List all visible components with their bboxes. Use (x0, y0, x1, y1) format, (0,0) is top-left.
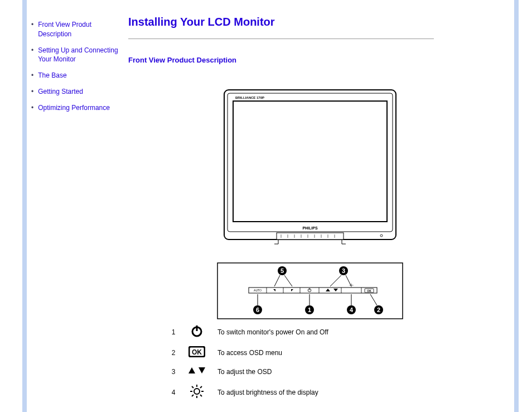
section-heading: Front View Product Description (128, 56, 492, 64)
svg-text:OK: OK (367, 289, 371, 293)
legend-desc: To adjust brightness of the display (212, 381, 366, 404)
svg-line-71 (200, 386, 202, 388)
main-content: Installing Your LCD Monitor Front View P… (126, 0, 514, 412)
panel-figure: AUTO OK (215, 261, 405, 321)
legend-table: 1 To switch monitor's power On and Off 2… (165, 321, 366, 404)
svg-text:4: 4 (350, 306, 354, 313)
svg-line-72 (192, 395, 194, 396)
legend-num: 3 (165, 362, 182, 381)
svg-text:5: 5 (280, 267, 284, 274)
sidebar-item-optimizing[interactable]: Optimizing Performance (31, 103, 122, 113)
left-margin (0, 0, 27, 412)
svg-rect-17 (249, 288, 377, 293)
right-margin (514, 0, 532, 412)
legend-desc: To access OSD menu (212, 343, 366, 362)
legend-row-4: 4 (165, 381, 366, 404)
sidebar-link[interactable]: Front View Produt Description (38, 20, 122, 39)
sidebar-nav: Front View Produt Description Setting Up… (27, 0, 126, 412)
sidebar-item-front-view[interactable]: Front View Produt Description (31, 20, 122, 39)
legend-num: 2 (165, 343, 182, 362)
power-icon (182, 321, 212, 343)
brightness-icon (182, 381, 212, 404)
monitor-illustration: BRILLIANCE 170P PHILIPS (221, 87, 399, 248)
svg-text:6: 6 (256, 306, 259, 313)
sidebar-item-getting-started[interactable]: Getting Started (31, 87, 122, 97)
sidebar-item-base[interactable]: The Base (31, 71, 122, 80)
svg-text:OK: OK (192, 348, 202, 356)
monitor-figure: BRILLIANCE 170P PHILIPS (215, 87, 405, 248)
svg-text:AUTO: AUTO (254, 289, 262, 292)
sidebar-link[interactable]: The Base (38, 71, 66, 80)
legend-desc: To switch monitor's power On and Off (212, 321, 366, 343)
svg-marker-62 (188, 367, 195, 373)
legend-row-2: 2 OK To access OSD menu (165, 343, 366, 362)
sidebar-item-setting-up[interactable]: Setting Up and Connecting Your Monitor (31, 46, 122, 65)
svg-line-70 (200, 395, 202, 396)
legend-num: 4 (165, 381, 182, 404)
svg-marker-63 (199, 367, 205, 373)
legend-table-wrap: 1 To switch monitor's power On and Off 2… (165, 321, 366, 404)
ok-icon: OK (182, 343, 212, 362)
legend-row-1: 1 To switch monitor's power On and Off (165, 321, 366, 343)
svg-text:BRILLIANCE 170P: BRILLIANCE 170P (235, 96, 264, 99)
sidebar-link[interactable]: Optimizing Performance (38, 103, 110, 113)
svg-rect-2 (233, 101, 387, 222)
divider (128, 39, 434, 39)
arrows-icon (182, 362, 212, 381)
svg-text:PHILIPS: PHILIPS (302, 226, 318, 230)
svg-text:3: 3 (342, 267, 345, 274)
legend-desc: To adjust the OSD (212, 362, 366, 381)
page-title: Installing Your LCD Monitor (128, 16, 492, 28)
svg-line-69 (192, 386, 194, 388)
legend-num: 1 (165, 321, 182, 343)
sidebar-link[interactable]: Setting Up and Connecting Your Monitor (38, 46, 122, 65)
legend-row-3: 3 To adjust the OSD (165, 362, 366, 381)
svg-point-64 (194, 389, 200, 394)
svg-rect-5 (277, 233, 344, 239)
svg-text:2: 2 (377, 306, 380, 313)
panel-illustration: AUTO OK (215, 261, 405, 321)
svg-text:1: 1 (308, 306, 311, 313)
sidebar-link[interactable]: Getting Started (38, 87, 83, 97)
